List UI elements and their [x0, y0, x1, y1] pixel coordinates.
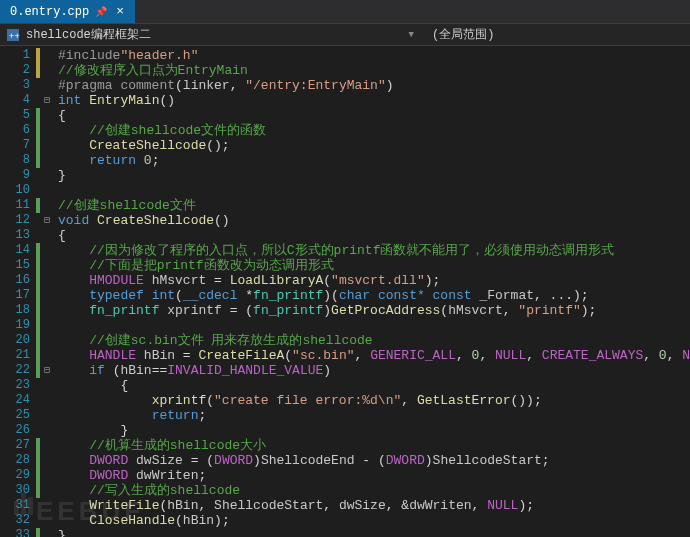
code-line[interactable]: xprintf("create file error:%d\n", GetLas… [58, 393, 690, 408]
fold-toggle [40, 243, 54, 258]
nav-unit-label: shellcode编程框架二 [26, 26, 151, 43]
nav-unit-dropdown[interactable]: ++ shellcode编程框架二 ▼ [0, 26, 420, 43]
line-number: 8 [2, 153, 30, 168]
fold-toggle [40, 78, 54, 93]
line-number: 21 [2, 348, 30, 363]
line-number: 1 [2, 48, 30, 63]
code-line[interactable]: { [58, 378, 690, 393]
code-line[interactable]: typedef int(__cdecl *fn_printf)(char con… [58, 288, 690, 303]
fold-toggle [40, 138, 54, 153]
fold-toggle [40, 513, 54, 528]
fold-toggle[interactable]: ⊟ [40, 363, 54, 378]
fold-toggle [40, 288, 54, 303]
code-line[interactable]: //创建sc.bin文件 用来存放生成的shellcode [58, 333, 690, 348]
line-number: 14 [2, 243, 30, 258]
code-line[interactable]: } [58, 528, 690, 537]
code-editor[interactable]: 1234567891011121314151617181920212223242… [0, 46, 690, 537]
fold-toggle [40, 483, 54, 498]
line-number: 31 [2, 498, 30, 513]
line-number: 3 [2, 78, 30, 93]
navigation-bar: ++ shellcode编程框架二 ▼ (全局范围) [0, 24, 690, 46]
line-number: 18 [2, 303, 30, 318]
line-number: 5 [2, 108, 30, 123]
code-line[interactable]: HANDLE hBin = CreateFileA("sc.bin", GENE… [58, 348, 690, 363]
fold-toggle [40, 438, 54, 453]
fold-toggle [40, 228, 54, 243]
code-line[interactable]: WriteFile(hBin, ShellcodeStart, dwSize, … [58, 498, 690, 513]
fold-gutter: ⊟⊟⊟ [40, 46, 54, 537]
code-line[interactable]: DWORD dwSize = (DWORD)ShellcodeEnd - (DW… [58, 453, 690, 468]
pin-icon[interactable]: 📌 [95, 6, 107, 18]
line-number-gutter: 1234567891011121314151617181920212223242… [0, 46, 36, 537]
line-number: 29 [2, 468, 30, 483]
code-line[interactable]: void CreateShellcode() [58, 213, 690, 228]
code-line[interactable]: } [58, 423, 690, 438]
code-line[interactable]: //创建shellcode文件 [58, 198, 690, 213]
code-line[interactable]: if (hBin==INVALID_HANDLE_VALUE) [58, 363, 690, 378]
nav-scope-label: (全局范围) [432, 28, 494, 42]
fold-toggle [40, 108, 54, 123]
line-number: 30 [2, 483, 30, 498]
line-number: 26 [2, 423, 30, 438]
fold-toggle[interactable]: ⊟ [40, 93, 54, 108]
code-line[interactable]: CloseHandle(hBin); [58, 513, 690, 528]
code-line[interactable]: { [58, 108, 690, 123]
code-line[interactable]: { [58, 228, 690, 243]
line-number: 12 [2, 213, 30, 228]
fold-toggle [40, 318, 54, 333]
line-number: 2 [2, 63, 30, 78]
svg-text:++: ++ [9, 32, 20, 42]
line-number: 7 [2, 138, 30, 153]
tab-bar: 0.entry.cpp 📌 × [0, 0, 690, 24]
line-number: 28 [2, 453, 30, 468]
fold-toggle [40, 273, 54, 288]
fold-toggle [40, 168, 54, 183]
file-tab[interactable]: 0.entry.cpp 📌 × [0, 0, 135, 23]
line-number: 20 [2, 333, 30, 348]
fold-toggle [40, 183, 54, 198]
code-line[interactable]: #pragma comment(linker, "/entry:EntryMai… [58, 78, 690, 93]
code-line[interactable]: //机算生成的shellcode大小 [58, 438, 690, 453]
code-line[interactable] [58, 318, 690, 333]
line-number: 15 [2, 258, 30, 273]
code-line[interactable]: } [58, 168, 690, 183]
line-number: 9 [2, 168, 30, 183]
code-line[interactable]: //因为修改了程序的入口点，所以C形式的printf函数就不能用了，必须使用动态… [58, 243, 690, 258]
line-number: 4 [2, 93, 30, 108]
code-line[interactable]: #include"header.h" [58, 48, 690, 63]
line-number: 27 [2, 438, 30, 453]
fold-toggle [40, 63, 54, 78]
code-line[interactable]: fn_printf xprintf = (fn_printf)GetProcAd… [58, 303, 690, 318]
code-line[interactable]: int EntryMain() [58, 93, 690, 108]
fold-toggle [40, 423, 54, 438]
code-line[interactable]: HMODULE hMsvcrt = LoadLibraryA("msvcrt.d… [58, 273, 690, 288]
code-line[interactable]: //修改程序入口点为EntryMain [58, 63, 690, 78]
nav-scope-dropdown[interactable]: (全局范围) [420, 26, 506, 43]
code-line[interactable]: //创建shellcode文件的函数 [58, 123, 690, 138]
line-number: 19 [2, 318, 30, 333]
line-number: 25 [2, 408, 30, 423]
code-line[interactable]: //写入生成的shellcode [58, 483, 690, 498]
code-line[interactable]: //下面是把printf函数改为动态调用形式 [58, 258, 690, 273]
code-line[interactable] [58, 183, 690, 198]
line-number: 13 [2, 228, 30, 243]
code-line[interactable]: return 0; [58, 153, 690, 168]
fold-toggle [40, 48, 54, 63]
fold-toggle [40, 408, 54, 423]
code-line[interactable]: CreateShellcode(); [58, 138, 690, 153]
chevron-down-icon: ▼ [409, 30, 414, 40]
fold-toggle [40, 153, 54, 168]
fold-toggle [40, 528, 54, 537]
code-line[interactable]: DWORD dwWriten; [58, 468, 690, 483]
code-area[interactable]: #include"header.h"//修改程序入口点为EntryMain#pr… [54, 46, 690, 537]
line-number: 33 [2, 528, 30, 537]
code-line[interactable]: return; [58, 408, 690, 423]
fold-toggle [40, 393, 54, 408]
close-icon[interactable]: × [113, 4, 127, 19]
fold-toggle [40, 348, 54, 363]
line-number: 32 [2, 513, 30, 528]
tab-filename: 0.entry.cpp [10, 5, 89, 19]
fold-toggle[interactable]: ⊟ [40, 213, 54, 228]
line-number: 22 [2, 363, 30, 378]
fold-toggle [40, 258, 54, 273]
